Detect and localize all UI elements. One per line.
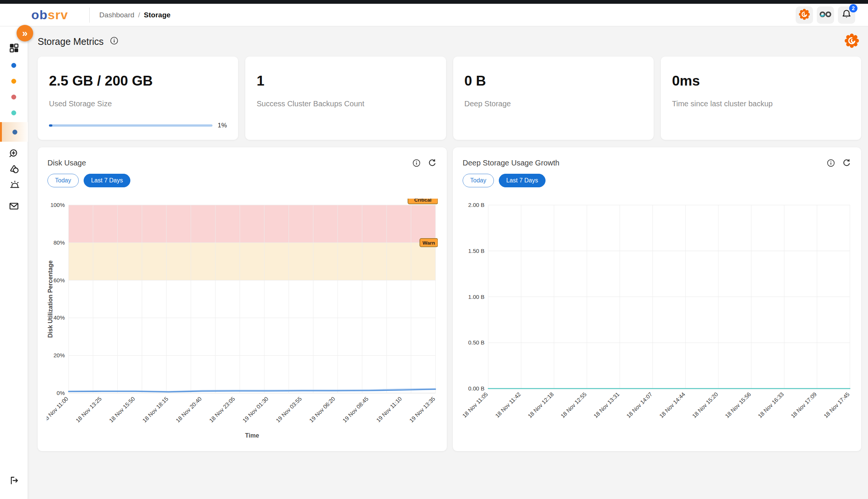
last-7-days-button[interactable]: Last 7 Days — [499, 174, 546, 187]
alert-icon — [9, 164, 19, 176]
storage-progress-track — [49, 124, 212, 127]
svg-text:18 Nov 13:25: 18 Nov 13:25 — [75, 395, 103, 424]
svg-text:18 Nov 15:50: 18 Nov 15:50 — [108, 395, 136, 424]
disk-usage-chart: 0%20%40%60%80%100%18 Nov 11:0018 Nov 13:… — [38, 187, 447, 443]
sidebar-item-storage-selected[interactable] — [0, 122, 28, 142]
sidebar-item-dashboards[interactable] — [0, 40, 28, 57]
logo-part-blue: ob — [31, 8, 48, 22]
sidebar-item-mail[interactable] — [0, 199, 28, 215]
today-button[interactable]: Today — [463, 174, 494, 187]
siren-icon — [9, 180, 19, 192]
sidebar-item-explore[interactable] — [0, 146, 28, 162]
chart-panels: Disk Usage — [38, 147, 861, 451]
card-backups-count: 1 Success Cluster Backups Count — [245, 57, 446, 140]
sidebar-item-metric-red[interactable] — [0, 89, 28, 105]
infinity-icon — [819, 10, 832, 20]
svg-text:18 Nov 20:40: 18 Nov 20:40 — [174, 395, 203, 424]
obsrv-logo[interactable]: obsrv — [31, 8, 68, 22]
svg-text:0.50 B: 0.50 B — [468, 339, 484, 346]
svg-text:18 Nov 13:31: 18 Nov 13:31 — [592, 391, 620, 419]
sidebar-item-alerts[interactable] — [0, 162, 28, 178]
svg-text:19 Nov 13:35: 19 Nov 13:35 — [408, 395, 436, 424]
svg-text:Time: Time — [245, 432, 259, 439]
svg-text:18 Nov 23:05: 18 Nov 23:05 — [208, 395, 236, 424]
svg-text:18 Nov 15:56: 18 Nov 15:56 — [724, 391, 752, 419]
card-value: 0 B — [465, 73, 642, 89]
panel-title: Disk Usage — [47, 159, 86, 167]
storage-progress-label: 1% — [218, 122, 227, 129]
dashboards-grid-icon — [8, 42, 20, 55]
logo-part-orange: srv — [48, 8, 68, 22]
svg-text:80%: 80% — [53, 239, 65, 246]
svg-text:18 Nov 17:09: 18 Nov 17:09 — [790, 391, 818, 419]
svg-text:18 Nov 17:45: 18 Nov 17:45 — [822, 391, 851, 419]
refresh-icon[interactable] — [842, 158, 851, 168]
card-label: Success Cluster Backups Count — [257, 99, 434, 108]
disk-usage-chart-svg: 0%20%40%60%80%100%18 Nov 11:0018 Nov 13:… — [47, 199, 438, 443]
page-info-icon[interactable] — [110, 36, 119, 47]
breadcrumb: Dashboard / Storage — [99, 11, 171, 19]
svg-text:1.50 B: 1.50 B — [468, 248, 484, 254]
sidebar-item-incidents[interactable] — [0, 178, 28, 194]
sidebar-expand-button[interactable]: » — [17, 25, 33, 41]
svg-text:18 Nov 12:55: 18 Nov 12:55 — [559, 391, 588, 419]
storage-progress: 1% — [49, 122, 227, 129]
svg-text:18 Nov 16:33: 18 Nov 16:33 — [756, 391, 785, 419]
svg-text:1.00 B: 1.00 B — [468, 294, 484, 300]
grafana-icon — [798, 8, 810, 21]
card-value: 2.5 GB / 200 GB — [49, 73, 227, 89]
panel-title: Deep Storage Usage Growth — [463, 159, 559, 167]
grafana-button[interactable] — [796, 6, 813, 24]
refresh-icon[interactable] — [427, 158, 437, 168]
svg-text:40%: 40% — [53, 314, 65, 321]
svg-text:18 Nov 15:20: 18 Nov 15:20 — [691, 391, 719, 419]
notifications-button[interactable]: 2 — [838, 6, 855, 24]
sidebar-item-metric-teal[interactable] — [0, 105, 28, 121]
svg-text:18 Nov 14:07: 18 Nov 14:07 — [625, 391, 653, 419]
info-icon[interactable] — [411, 158, 421, 168]
nav-dot-storage — [12, 130, 17, 135]
page-header: Storage Metrics — [38, 26, 861, 57]
mail-icon — [9, 201, 19, 213]
last-7-days-button[interactable]: Last 7 Days — [84, 174, 130, 187]
card-label: Used Storage Size — [49, 99, 227, 108]
info-icon[interactable] — [826, 158, 836, 168]
svg-text:18 Nov 14:44: 18 Nov 14:44 — [658, 391, 686, 419]
sidebar-item-metric-blue[interactable] — [0, 57, 28, 73]
sidebar-item-metric-orange[interactable] — [0, 73, 28, 89]
panel-deep-storage-growth: Deep Storage Usage Growth — [453, 147, 861, 451]
svg-text:18 Nov 11:42: 18 Nov 11:42 — [494, 391, 522, 419]
pipeline-button[interactable] — [817, 6, 834, 24]
svg-text:19 Nov 03:55: 19 Nov 03:55 — [275, 395, 303, 424]
card-value: 1 — [257, 73, 434, 89]
today-button[interactable]: Today — [47, 174, 79, 187]
svg-text:19 Nov 11:10: 19 Nov 11:10 — [375, 395, 403, 423]
page-title: Storage Metrics — [38, 36, 104, 47]
svg-text:19 Nov 01:30: 19 Nov 01:30 — [241, 395, 269, 424]
sidebar-item-logout[interactable] — [0, 473, 28, 489]
metric-cards: 2.5 GB / 200 GB Used Storage Size 1% 1 S… — [38, 57, 861, 140]
nav-dot-orange — [11, 79, 16, 84]
header-divider — [89, 8, 90, 23]
card-deep-storage: 0 B Deep Storage — [453, 57, 654, 140]
card-time-since-backup: 0ms Time since last cluster backup — [661, 57, 861, 140]
svg-text:2.00 B: 2.00 B — [468, 202, 484, 208]
svg-text:19 Nov 08:45: 19 Nov 08:45 — [341, 395, 370, 424]
panel-disk-usage: Disk Usage — [38, 147, 447, 451]
logout-icon — [9, 475, 19, 487]
svg-text:18 Nov 11:05: 18 Nov 11:05 — [462, 391, 489, 419]
nav-dot-teal — [11, 110, 16, 115]
svg-text:Warn: Warn — [423, 240, 435, 246]
svg-text:0%: 0% — [57, 390, 65, 396]
storage-progress-fill — [49, 124, 52, 127]
svg-text:Critical: Critical — [414, 199, 432, 203]
svg-text:100%: 100% — [50, 202, 65, 208]
svg-text:19 Nov 06:20: 19 Nov 06:20 — [308, 395, 336, 424]
sidebar — [0, 26, 28, 499]
main-content: Storage Metrics 2. — [28, 26, 868, 499]
nav-dot-blue — [11, 63, 16, 68]
grafana-icon — [844, 33, 860, 50]
svg-text:18 Nov 11:00: 18 Nov 11:00 — [47, 395, 69, 423]
breadcrumb-dashboard-link[interactable]: Dashboard — [99, 11, 134, 19]
card-used-storage: 2.5 GB / 200 GB Used Storage Size 1% — [38, 57, 238, 140]
